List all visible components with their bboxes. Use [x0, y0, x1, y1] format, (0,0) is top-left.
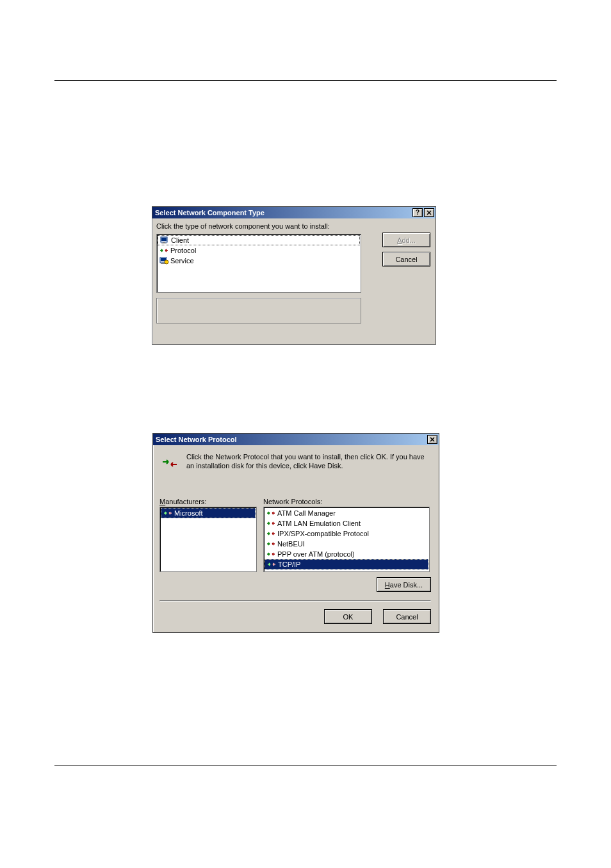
list-item-label: ATM Call Manager [277, 509, 336, 517]
page-divider-top [54, 80, 557, 81]
service-icon [159, 256, 169, 266]
svg-rect-2 [163, 242, 165, 243]
have-disk-button[interactable]: Have Disk... [377, 577, 431, 592]
list-item-protocol[interactable]: NetBEUI [265, 539, 428, 549]
protocols-list[interactable]: ATM Call Manager ATM LAN Emulation Clien… [263, 507, 430, 572]
list-item-label: Protocol [170, 247, 196, 254]
protocol-icon [266, 508, 276, 518]
protocol-icon [266, 518, 276, 528]
list-item-label: TCP/IP [278, 561, 300, 568]
protocol-icon [266, 528, 276, 539]
list-item-protocol[interactable]: Protocol [158, 245, 360, 256]
protocol-icon [266, 549, 276, 559]
protocol-icon [266, 539, 276, 549]
instructions-text: Click the Network Protocol that you want… [186, 453, 431, 471]
titlebar: Select Network Protocol [153, 434, 439, 445]
svg-rect-6 [162, 263, 165, 263]
close-icon[interactable] [427, 435, 437, 444]
description-panel [156, 298, 361, 323]
separator [159, 600, 431, 602]
page-divider-bottom [54, 766, 557, 766]
list-item-label: Client [171, 236, 189, 244]
protocol-icon [266, 559, 277, 569]
close-icon[interactable] [424, 208, 434, 217]
cancel-button[interactable]: Cancel [383, 609, 431, 624]
protocol-icon [159, 245, 169, 256]
client-icon [159, 235, 170, 245]
list-item-protocol[interactable]: PPP over ATM (protocol) [265, 549, 428, 559]
cancel-button[interactable]: Cancel [382, 252, 430, 266]
list-item-label: ATM LAN Emulation Client [277, 520, 361, 527]
help-icon[interactable]: ? [412, 208, 423, 217]
list-item-tcpip[interactable]: TCP/IP [265, 559, 428, 569]
list-item-label: PPP over ATM (protocol) [277, 550, 355, 558]
protocols-label: Network Protocols: [263, 498, 322, 505]
list-item-label: NetBEUI [277, 540, 305, 548]
titlebar-text: Select Network Component Type [154, 209, 411, 217]
list-item-service[interactable]: Service [158, 256, 360, 266]
list-item-protocol[interactable]: ATM Call Manager [265, 508, 428, 518]
prompt-text: Click the type of network component you … [156, 222, 330, 230]
list-item-protocol[interactable]: IPX/SPX-compatible Protocol [265, 528, 428, 539]
manufacturers-list[interactable]: Microsoft [159, 507, 257, 572]
manufacturers-label: Manufacturers: [159, 498, 206, 505]
protocol-large-icon [159, 453, 180, 473]
add-button[interactable]: Add... [382, 233, 430, 247]
titlebar: Select Network Component Type ? [152, 207, 436, 218]
list-item-label: IPX/SPX-compatible Protocol [277, 530, 369, 537]
list-item-label: Microsoft [174, 509, 203, 517]
ok-button[interactable]: OK [324, 609, 372, 624]
dialog-select-component-type: Select Network Component Type ? Click th… [152, 206, 436, 345]
svg-point-8 [165, 260, 168, 264]
component-type-list[interactable]: Client Protocol Service [156, 234, 361, 293]
list-item-microsoft[interactable]: Microsoft [161, 508, 256, 518]
manufacturer-icon [163, 508, 173, 518]
svg-rect-3 [161, 243, 167, 243]
list-item-protocol[interactable]: ATM LAN Emulation Client [265, 518, 428, 528]
titlebar-text: Select Network Protocol [154, 436, 426, 443]
svg-rect-1 [161, 238, 167, 241]
list-item-label: Service [170, 257, 194, 265]
list-item-client[interactable]: Client [158, 235, 360, 245]
dialog-select-network-protocol: Select Network Protocol Click the Networ… [152, 433, 439, 633]
